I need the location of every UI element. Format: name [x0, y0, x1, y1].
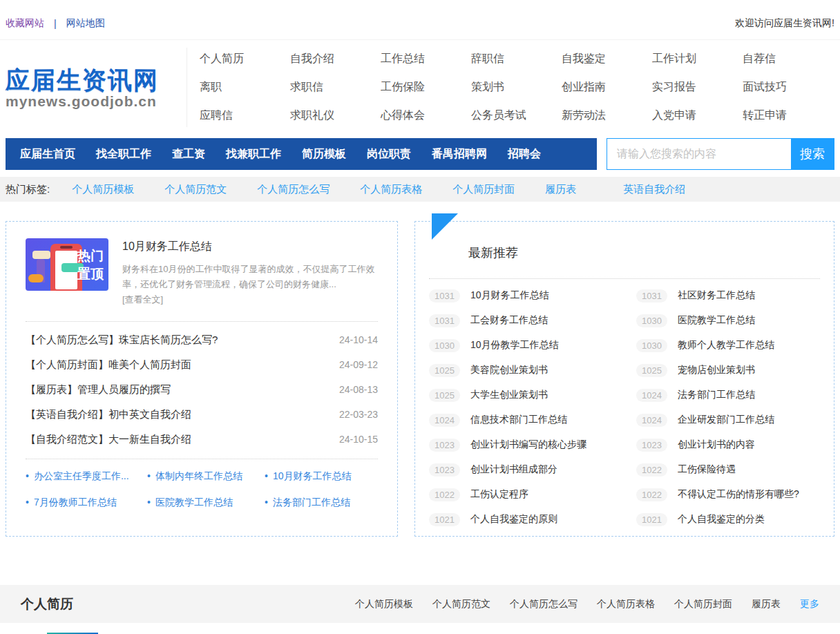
recommend-item-title[interactable]: 工伤认定程序 [470, 488, 528, 501]
hot-tag-link[interactable]: 个人简历模板 [72, 183, 134, 196]
recommend-item-title[interactable]: 创业计划书编写的核心步骤 [470, 439, 586, 451]
article-row[interactable]: 【自我介绍范文】大一新生自我介绍 24-10-15 [26, 427, 378, 452]
recommend-item[interactable]: 1022 工伤保险待遇 [636, 457, 840, 482]
hot-link[interactable]: 医院教学工作总结 [147, 497, 265, 509]
section-link[interactable]: 个人简历模板 [355, 598, 413, 611]
section-link[interactable]: 个人简历怎么写 [510, 598, 578, 611]
search-input[interactable] [607, 139, 791, 169]
article-row[interactable]: 【个人简历封面】唯美个人简历封面 24-09-12 [26, 352, 378, 377]
hot-tag-link[interactable]: 个人简历怎么写 [257, 183, 330, 196]
recommend-item[interactable]: 1030 教师个人教学工作总结 [636, 333, 840, 358]
category-menu-item[interactable]: 公务员考试 [471, 108, 562, 123]
recommend-item-title[interactable]: 10月份教学工作总结 [470, 339, 559, 352]
recommend-item[interactable]: 1023 创业计划书组成部分 [429, 457, 636, 482]
category-menu-item[interactable]: 求职礼仪 [290, 108, 381, 123]
nav-item[interactable]: 找兼职工作 [216, 147, 292, 162]
recommend-item-title[interactable]: 大学生创业策划书 [470, 389, 548, 401]
category-menu-item[interactable]: 心得体会 [381, 108, 471, 123]
recommend-item-title[interactable]: 不得认定工伤的情形有哪些? [678, 488, 799, 501]
category-menu-item[interactable]: 创业指南 [562, 80, 652, 95]
nav-item[interactable]: 番禺招聘网 [421, 147, 497, 162]
recommend-item-title[interactable]: 医院教学工作总结 [678, 314, 755, 327]
nav-item[interactable]: 招聘会 [497, 147, 551, 162]
read-full-link[interactable]: [查看全文] [122, 294, 163, 305]
nav-item[interactable]: 岗位职责 [356, 147, 421, 162]
recommend-item[interactable]: 1022 不得认定工伤的情形有哪些? [636, 482, 840, 507]
article-title[interactable]: 【个人简历封面】唯美个人简历封面 [26, 358, 191, 372]
hot-link[interactable]: 法务部门工作总结 [265, 497, 378, 509]
recommend-item[interactable]: 1031 社区财务工作总结 [636, 283, 840, 308]
recommend-item-title[interactable]: 教师个人教学工作总结 [678, 339, 774, 352]
featured-thumbnail[interactable]: 热门 置顶 [26, 238, 108, 291]
category-menu-item[interactable]: 自我介绍 [290, 52, 381, 66]
nav-item[interactable]: 应届生首页 [10, 147, 86, 162]
hot-tag-link[interactable]: 个人简历表格 [360, 183, 422, 196]
recommend-item[interactable]: 1024 信息技术部门工作总结 [429, 407, 636, 432]
article-title[interactable]: 【英语自我介绍】初中英文自我介绍 [26, 408, 191, 421]
recommend-item-title[interactable]: 个人自我鉴定的分类 [678, 513, 765, 526]
category-menu-item[interactable]: 求职信 [290, 80, 381, 95]
recommend-item-title[interactable]: 法务部门工作总结 [678, 389, 755, 401]
recommend-item-title[interactable]: 信息技术部门工作总结 [470, 414, 567, 426]
nav-item[interactable]: 找全职工作 [86, 147, 162, 162]
article-row[interactable]: 【履历表】管理人员履历的撰写 24-08-13 [26, 377, 378, 402]
nav-item[interactable]: 简历模板 [292, 147, 356, 162]
recommend-item[interactable]: 1030 医院教学工作总结 [636, 308, 840, 333]
recommend-item[interactable]: 1025 大学生创业策划书 [429, 383, 636, 407]
recommend-item-title[interactable]: 美容院创业策划书 [470, 364, 548, 376]
hot-link[interactable]: 体制内年终工作总结 [147, 470, 265, 483]
recommend-item[interactable]: 1031 10月财务工作总结 [429, 283, 636, 308]
article-title[interactable]: 【履历表】管理人员履历的撰写 [26, 383, 171, 396]
category-menu-item[interactable]: 个人简历 [200, 52, 290, 66]
category-menu-item[interactable]: 入党申请 [652, 108, 743, 123]
category-menu-item[interactable]: 实习报告 [652, 80, 743, 95]
nav-item[interactable]: 查工资 [162, 147, 216, 162]
more-link[interactable]: 更多 [800, 598, 819, 611]
hot-tag-link[interactable]: 个人简历范文 [164, 183, 227, 196]
article-title[interactable]: 【个人简历怎么写】珠宝店长简历怎么写? [26, 334, 218, 347]
hot-link[interactable]: 10月财务工作总结 [265, 470, 378, 483]
hot-link[interactable]: 办公室主任季度工作... [26, 470, 147, 483]
recommend-item[interactable]: 1025 美容院创业策划书 [429, 358, 636, 383]
featured-title[interactable]: 10月财务工作总结 [122, 240, 378, 254]
sitemap-link[interactable]: 网站地图 [66, 17, 105, 30]
recommend-item-title[interactable]: 个人自我鉴定的原则 [470, 513, 557, 526]
site-logo[interactable]: 应届生资讯网 mynews.goodjob.cn [6, 64, 187, 111]
category-menu-item[interactable]: 自我鉴定 [562, 52, 652, 66]
recommend-item[interactable]: 1022 工伤认定程序 [429, 482, 636, 507]
recommend-item[interactable]: 1023 创业计划书的内容 [636, 432, 840, 457]
recommend-item-title[interactable]: 创业计划书的内容 [678, 439, 755, 451]
recommend-item-title[interactable]: 企业研发部门工作总结 [678, 414, 774, 426]
section-link[interactable]: 履历表 [752, 598, 781, 611]
recommend-item[interactable]: 1021 个人自我鉴定的分类 [636, 507, 840, 532]
recommend-item[interactable]: 1024 企业研发部门工作总结 [636, 407, 840, 432]
category-menu-item[interactable]: 自荐信 [743, 52, 833, 66]
recommend-item[interactable]: 1024 法务部门工作总结 [636, 383, 840, 407]
hot-link[interactable]: 7月份教师工作总结 [26, 497, 147, 509]
section-link[interactable]: 个人简历范文 [432, 598, 490, 611]
category-menu-item[interactable]: 工伤保险 [381, 80, 471, 95]
recommend-item[interactable]: 1023 创业计划书编写的核心步骤 [429, 432, 636, 457]
category-menu-item[interactable]: 工作总结 [381, 52, 471, 66]
recommend-item-title[interactable]: 工会财务工作总结 [470, 314, 548, 327]
recommend-item[interactable]: 1031 工会财务工作总结 [429, 308, 636, 333]
article-row[interactable]: 【个人简历怎么写】珠宝店长简历怎么写? 24-10-14 [26, 327, 378, 352]
article-row[interactable]: 【英语自我介绍】初中英文自我介绍 22-03-23 [26, 402, 378, 427]
recommend-item[interactable]: 1021 个人自我鉴定的原则 [429, 507, 636, 532]
category-menu-item[interactable]: 应聘信 [200, 108, 290, 123]
hot-tag-link[interactable]: 个人简历封面 [452, 183, 515, 196]
category-menu-item[interactable]: 离职 [200, 80, 290, 95]
recommend-item-title[interactable]: 工伤保险待遇 [678, 463, 736, 476]
category-menu-item[interactable]: 转正申请 [743, 108, 833, 123]
recommend-item-title[interactable]: 10月财务工作总结 [470, 289, 549, 302]
category-menu-item[interactable]: 新劳动法 [562, 108, 652, 123]
category-menu-item[interactable]: 工作计划 [652, 52, 743, 66]
recommend-item-title[interactable]: 社区财务工作总结 [678, 289, 755, 302]
section-link[interactable]: 个人简历表格 [597, 598, 655, 611]
category-menu-item[interactable]: 策划书 [471, 80, 562, 95]
section-link[interactable]: 个人简历封面 [674, 598, 732, 611]
hot-tag-link[interactable]: 英语自我介绍 [623, 183, 685, 196]
favorite-site-link[interactable]: 收藏网站 [6, 17, 44, 30]
hot-tag-link[interactable]: 履历表 [545, 183, 576, 196]
recommend-item-title[interactable]: 宠物店创业策划书 [678, 364, 755, 376]
